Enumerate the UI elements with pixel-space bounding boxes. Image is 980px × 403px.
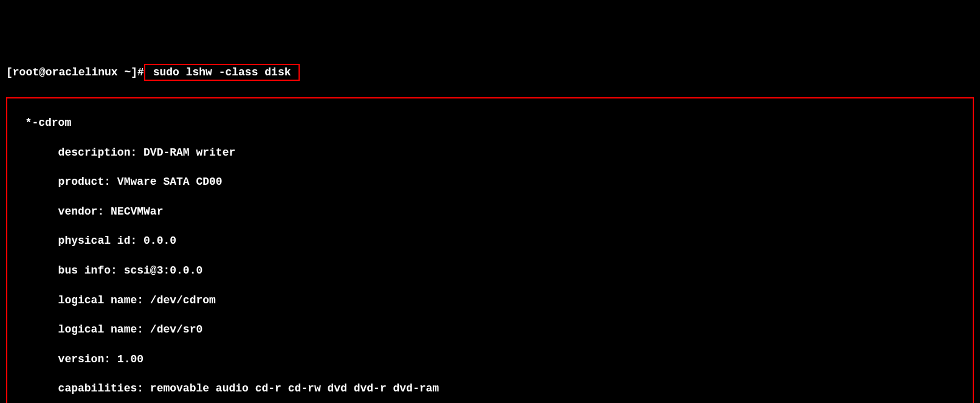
output-cdrom-vendor: vendor: NECVMWar — [12, 204, 968, 219]
output-cdrom-bus-info: bus info: scsi@3:0.0.0 — [12, 263, 968, 278]
output-cdrom-description: description: DVD-RAM writer — [12, 145, 968, 160]
shell-prompt-1: [root@oraclelinux ~]# — [6, 66, 144, 78]
output-cdrom-product: product: VMware SATA CD00 — [12, 174, 968, 189]
output-cdrom-logical-name-1: logical name: /dev/cdrom — [12, 293, 968, 308]
command-text[interactable]: sudo lshw -class disk — [147, 66, 297, 78]
output-cdrom-capabilities: capabilities: removable audio cd-r cd-rw… — [12, 381, 968, 396]
command-highlight-box: sudo lshw -class disk — [144, 64, 300, 81]
prompt-line-1: [root@oraclelinux ~]# sudo lshw -class d… — [6, 64, 974, 81]
output-cdrom-version: version: 1.00 — [12, 352, 968, 367]
output-highlight-box: *-cdrom description: DVD-RAM writer prod… — [6, 97, 974, 403]
output-cdrom-physical-id: physical id: 0.0.0 — [12, 233, 968, 248]
output-cdrom-logical-name-2: logical name: /dev/sr0 — [12, 322, 968, 337]
output-cdrom-header: *-cdrom — [12, 115, 968, 130]
